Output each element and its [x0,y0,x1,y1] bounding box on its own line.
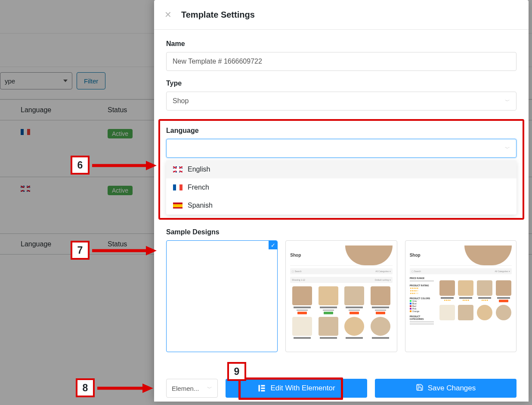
template-settings-modal: ✕ Template Settings Name Type Shop ﹀ Lan… [154,0,529,402]
svg-rect-1 [261,385,265,387]
option-label: French [188,184,209,191]
button-label: Edit With Elementor [270,384,335,393]
save-icon [416,384,424,393]
flag-gb-icon [21,186,30,192]
type-select[interactable]: ype [0,72,72,89]
flag-gb-icon [173,166,182,172]
svg-marker-7 [146,246,157,255]
language-option-english[interactable]: English [166,160,517,178]
annotation-6: 6 [71,156,90,175]
language-select[interactable]: ﹀ [166,139,517,158]
filter-button[interactable]: Filter [77,72,105,89]
language-label: Language [166,127,517,135]
svg-rect-0 [259,385,260,392]
svg-rect-3 [261,390,265,391]
th-status: Status [108,106,127,114]
option-label: Spanish [188,202,213,209]
chevron-down-icon: ﹀ [207,385,212,392]
language-dropdown: English French Spanish [166,160,517,215]
status-badge: Active [108,186,133,195]
arrow-icon [92,160,157,173]
chevron-down-icon: ﹀ [505,98,510,105]
option-label: English [188,166,210,173]
flag-es-icon [173,202,182,209]
chevron-down-icon [63,80,68,82]
th-language: Language [0,240,108,248]
modal-title: Template Settings [181,10,255,20]
button-label: Save Changes [428,384,476,393]
sample-design-blank[interactable]: ✓ [166,240,278,352]
arrow-icon [97,383,153,396]
svg-marker-9 [142,384,153,393]
flag-fr-icon [173,184,182,190]
annotation-9: 9 [227,362,246,381]
type-select[interactable]: Shop ﹀ [166,92,517,110]
arrow-icon [92,245,157,258]
editor-select[interactable]: Elemen... ﹀ [166,379,218,398]
close-icon[interactable]: ✕ [164,9,172,20]
flag-fr-icon [21,129,30,135]
status-badge: Active [108,129,133,138]
th-language: Language [0,106,108,114]
annotation-8: 8 [76,378,95,397]
name-label: Name [166,40,517,48]
type-label: Type [166,80,517,87]
editor-select-value: Elemen... [172,385,199,392]
language-option-french[interactable]: French [166,178,517,196]
type-select-label: ype [5,77,15,85]
annotation-7: 7 [71,241,90,260]
selected-check-icon: ✓ [269,241,277,249]
name-input[interactable] [166,52,517,71]
type-select-value: Shop [173,97,189,105]
svg-marker-5 [146,161,157,170]
edit-with-elementor-button[interactable]: Edit With Elementor [226,379,367,398]
save-changes-button[interactable]: Save Changes [375,379,517,398]
chevron-down-icon: ﹀ [505,145,510,152]
language-option-spanish[interactable]: Spanish [166,196,517,215]
sample-designs-label: Sample Designs [166,228,517,236]
sample-design-shop-grid[interactable]: Shop ▢ SearchAll Categories ▾ Showing 1-… [285,240,397,352]
sample-design-shop-sidebar[interactable]: Shop ▢ SearchAll Categories ▾ PRICE RANG… [405,240,517,352]
svg-rect-2 [261,387,265,389]
elementor-icon [257,384,266,393]
